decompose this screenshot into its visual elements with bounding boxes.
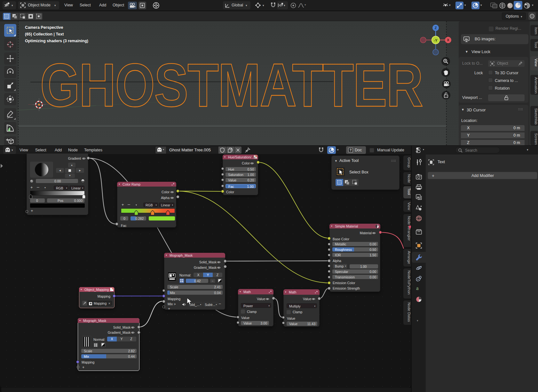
svg-text:-Y: -Y	[434, 38, 438, 42]
svg-text:X: X	[447, 38, 449, 42]
svg-text:Z: Z	[435, 26, 437, 30]
svg-text:?: ?	[350, 148, 352, 152]
svg-text:GHOSTMATTER: GHOSTMATTER	[40, 51, 423, 119]
